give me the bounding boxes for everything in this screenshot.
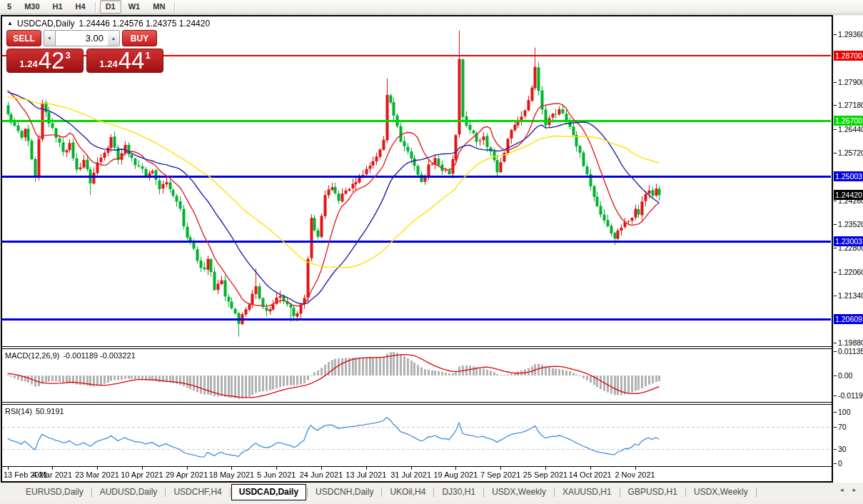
tab-separator bbox=[756, 488, 757, 497]
chevron-up-icon: ▲ bbox=[111, 36, 116, 41]
trading-platform-window: 5M30H1H4D1W1MN ▲ USDCAD,Daily 1.24446 1.… bbox=[0, 0, 863, 504]
date-axis-label: 23 Mar 2021 bbox=[75, 470, 119, 479]
axis-tick-label: 1.19880 bbox=[838, 338, 863, 347]
timeframe-button-h4[interactable]: H4 bbox=[70, 0, 91, 14]
tab-separator bbox=[433, 488, 434, 497]
axis-tick-label: 0 bbox=[838, 459, 842, 468]
chart-tab-bar: EURUSD,DailyAUDUSD,DailyUSDCHF,H4USDCAD,… bbox=[0, 483, 863, 501]
volume-increase-button[interactable]: ▲ bbox=[108, 30, 120, 46]
tab-scroll-buttons: ◄ ► bbox=[839, 487, 857, 493]
price-level-badge: 1.28700 bbox=[834, 51, 863, 61]
axis-tick-label: 1.27900 bbox=[838, 78, 863, 86]
chart-tab-usdcnh-daily[interactable]: USDCNH,Daily bbox=[308, 485, 380, 500]
tab-separator bbox=[230, 488, 231, 497]
volume-input[interactable] bbox=[56, 30, 108, 46]
tab-separator bbox=[620, 488, 620, 497]
chart-tab-dj30-h1[interactable]: DJ30,H1 bbox=[435, 485, 483, 500]
tab-separator bbox=[483, 488, 484, 497]
bid-price-pip-digit: 3 bbox=[65, 50, 70, 61]
date-axis-label: 10 Apr 2021 bbox=[121, 470, 163, 479]
axis-tick-label: 30 bbox=[838, 445, 847, 453]
sell-price-button[interactable]: 1.24 42 3 bbox=[6, 49, 84, 73]
date-axis-label: 7 Sep 2021 bbox=[480, 470, 520, 479]
timeframe-button-h1[interactable]: H1 bbox=[47, 0, 69, 14]
price-level-badge: 1.20609 bbox=[834, 314, 863, 324]
date-axis-label: 29 Apr 2021 bbox=[166, 470, 208, 479]
chart-tab-gbpusd-h1[interactable]: GBPUSD,H1 bbox=[621, 485, 685, 500]
date-axis-label: 25 Sep 2021 bbox=[523, 470, 567, 479]
axis-tick-mark bbox=[834, 153, 837, 153]
chart-ohlc-values: 1.24446 1.24576 1.24375 1.24420 bbox=[79, 19, 211, 29]
timeframe-button-5[interactable]: 5 bbox=[1, 0, 17, 14]
status-strip bbox=[0, 501, 863, 504]
bid-price-prefix: 1.24 bbox=[19, 59, 37, 69]
chevron-down-icon: ▼ bbox=[47, 36, 52, 41]
axis-tick-mark bbox=[834, 376, 837, 376]
axis-tick-mark bbox=[834, 412, 837, 413]
chart-tab-xauusd-h1[interactable]: XAUUSD,H1 bbox=[555, 485, 619, 500]
axis-tick-label: 0.00 bbox=[838, 371, 852, 380]
axis-tick-mark bbox=[834, 427, 837, 428]
axis-tick-label: 0.01135 bbox=[838, 347, 863, 356]
ask-price-pip-digit: 1 bbox=[145, 50, 150, 61]
macd-label: MACD(12,26,9) bbox=[5, 351, 59, 360]
one-click-trading-panel: SELL ▼ ▲ BUY 1.24 42 3 1.24 44 bbox=[6, 30, 163, 73]
axis-tick-mark bbox=[834, 463, 837, 464]
axis-tick-mark bbox=[834, 296, 837, 296]
price-level-badge: 1.23003 bbox=[834, 236, 863, 246]
timeframe-button-w1[interactable]: W1 bbox=[123, 0, 146, 14]
chart-window: ▲ USDCAD,Daily 1.24446 1.24576 1.24375 1… bbox=[1, 15, 833, 483]
toolbar-separator bbox=[174, 2, 176, 12]
axis-tick-mark bbox=[834, 351, 837, 352]
axis-tick-label: -0.011904 bbox=[838, 391, 863, 400]
axis-tick-mark bbox=[834, 248, 837, 248]
tab-scroll-left-icon[interactable]: ◄ bbox=[839, 487, 844, 493]
chart-canvas[interactable] bbox=[1, 16, 832, 482]
timeframe-button-d1[interactable]: D1 bbox=[100, 0, 121, 14]
date-axis-label: 2 Nov 2021 bbox=[615, 470, 655, 479]
rsi-value: 50.9191 bbox=[36, 407, 64, 415]
date-axis-label: 14 Oct 2021 bbox=[569, 470, 612, 479]
axis-tick-mark bbox=[834, 449, 837, 450]
axis-tick-mark bbox=[834, 105, 837, 106]
date-axis-label: 13 Jul 2021 bbox=[345, 470, 386, 479]
buy-price-button[interactable]: 1.24 44 1 bbox=[86, 49, 163, 73]
axis-tick-label: 1.27180 bbox=[838, 101, 863, 109]
date-axis-label: 19 Aug 2021 bbox=[433, 470, 478, 479]
tab-separator bbox=[685, 488, 686, 497]
price-axis[interactable]: 1.293601.286401.279001.271801.264401.257… bbox=[834, 16, 863, 483]
price-level-badge: 1.25003 bbox=[834, 171, 863, 181]
chart-tab-ukoil-h4[interactable]: UKOil,H4 bbox=[383, 485, 433, 500]
sell-button[interactable]: SELL bbox=[6, 30, 41, 46]
date-axis-label: 18 May 2021 bbox=[209, 470, 255, 479]
collapse-triangle-icon[interactable]: ▲ bbox=[7, 19, 13, 28]
axis-tick-label: 100 bbox=[838, 408, 851, 416]
timeframe-button-mn[interactable]: MN bbox=[147, 0, 171, 14]
ask-price-prefix: 1.24 bbox=[99, 59, 117, 69]
tab-separator bbox=[165, 488, 166, 497]
tab-separator bbox=[307, 488, 308, 497]
buy-button[interactable]: BUY bbox=[122, 30, 157, 46]
axis-tick-label: 70 bbox=[838, 423, 847, 431]
chart-tab-usdcad-daily[interactable]: USDCAD,Daily bbox=[231, 484, 306, 500]
date-axis-label: 31 Jul 2021 bbox=[390, 470, 431, 479]
volume-decrease-button[interactable]: ▼ bbox=[44, 30, 56, 46]
tab-scroll-right-icon[interactable]: ► bbox=[852, 487, 857, 493]
axis-tick-label: 1.22060 bbox=[838, 268, 863, 276]
axis-tick-mark bbox=[834, 343, 837, 343]
current-price-badge: 1.24420 bbox=[834, 190, 863, 200]
axis-tick-label: 1.25720 bbox=[838, 148, 863, 157]
chart-tab-usdx-weekly[interactable]: USDX,Weekly bbox=[485, 485, 553, 500]
axis-tick-label: 1.21340 bbox=[838, 291, 863, 300]
chart-tab-audusd-daily[interactable]: AUDUSD,Daily bbox=[93, 485, 165, 500]
axis-tick-label: 1.26440 bbox=[838, 125, 863, 133]
chart-tab-usdchf-h4[interactable]: USDCHF,H4 bbox=[166, 485, 228, 500]
chart-tab-eurusd-daily[interactable]: EURUSD,Daily bbox=[19, 485, 91, 500]
chart-tab-usdx-weekly[interactable]: USDX,Weekly bbox=[687, 485, 755, 500]
axis-tick-mark bbox=[834, 129, 837, 130]
chart-symbol-title: USDCAD,Daily bbox=[17, 19, 75, 29]
axis-tick-label: 1.29360 bbox=[838, 30, 863, 39]
axis-tick-label: 1.23520 bbox=[838, 220, 863, 228]
axis-tick-mark bbox=[834, 395, 837, 396]
timeframe-button-m30[interactable]: M30 bbox=[19, 0, 45, 14]
